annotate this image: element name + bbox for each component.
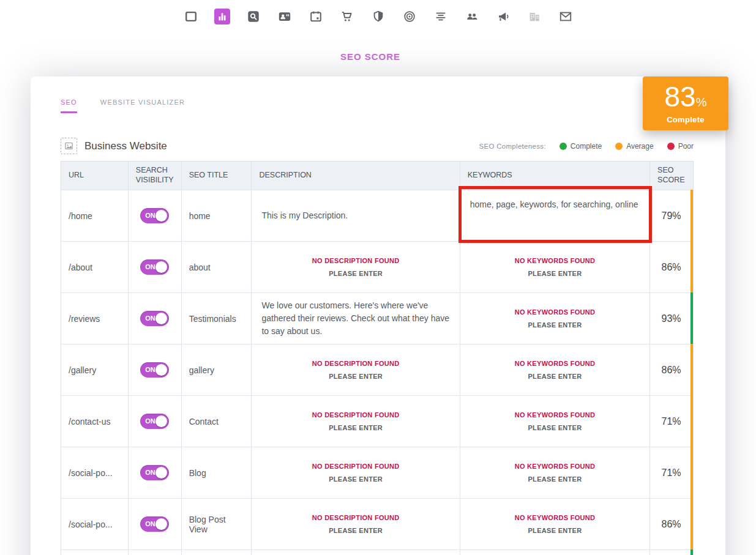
visibility-cell: ON	[129, 345, 182, 395]
score-color-bar	[691, 190, 693, 241]
header-seo-score: SEO SCORE	[650, 162, 693, 190]
toggle-knob	[155, 518, 167, 530]
url-cell: /contact-us	[61, 396, 129, 447]
visibility-cell	[129, 550, 182, 555]
table-row: /social-po... ON Blog Post View NO DESCR…	[61, 498, 693, 549]
legend-item-poor: Poor	[667, 142, 694, 151]
legend-item-complete: Complete	[560, 142, 602, 151]
seo-completeness-legend: SEO Completeness: Complete Average Poor	[479, 142, 694, 151]
keywords-cell[interactable]: home, page, keywords, for searching, onl…	[460, 190, 650, 241]
header-description: DESCRIPTION	[252, 162, 460, 190]
site-name: Business Website	[61, 138, 167, 154]
contacts-icon[interactable]	[277, 9, 293, 24]
keywords-cell-empty[interactable]: NO KEYWORDS FOUND PLEASE ENTER	[460, 396, 650, 447]
visibility-toggle[interactable]: ON	[140, 311, 169, 326]
keywords-cell-empty[interactable]: NO KEYWORDS FOUND PLEASE ENTER	[460, 447, 650, 498]
seo-title-cell[interactable]: Blog	[182, 447, 252, 498]
email-icon[interactable]	[558, 9, 574, 24]
legend-caption: SEO Completeness:	[479, 143, 546, 150]
table-header: URL SEARCH VISIBILITY SEO TITLE DESCRIPT…	[61, 162, 693, 190]
seo-title-cell[interactable]: home	[182, 190, 252, 241]
toggle-knob	[155, 313, 167, 324]
keywords-cell-empty[interactable]: NO KEYWORDS FOUND PLEASE ENTER	[460, 345, 650, 395]
tab-seo[interactable]: SEO	[61, 99, 77, 113]
visibility-toggle[interactable]: ON	[140, 208, 169, 223]
table-row: /about ON about NO DESCRIPTION FOUND PLE…	[61, 241, 693, 292]
url-cell: /home	[61, 190, 129, 241]
tab-website-visualizer[interactable]: WEBSITE VISUALIZER	[100, 99, 185, 113]
keywords-cell-empty[interactable]: NO KEYWORDS FOUND PLEASE ENTER	[460, 499, 650, 549]
url-cell: /social-po...	[61, 447, 129, 498]
visibility-toggle[interactable]: ON	[140, 516, 169, 532]
score-color-bar	[691, 549, 693, 555]
table-row: /gallery ON gallery NO DESCRIPTION FOUND…	[61, 344, 693, 395]
description-cell[interactable]: We love our customers. Here's where we'v…	[252, 293, 460, 344]
description-cell[interactable]: This is my Description.	[252, 190, 460, 241]
table-row: /social-po... ON Blog NO DESCRIPTION FOU…	[61, 447, 693, 498]
url-cell: /about	[61, 242, 129, 292]
seo-score-cell: 86%	[650, 242, 693, 292]
header-visibility: SEARCH VISIBILITY	[129, 162, 182, 190]
seo-card: 83% Complete SEO WEBSITE VISUALIZER Busi…	[31, 76, 725, 555]
seo-title-cell[interactable]: Contact	[182, 396, 252, 447]
seo-score-cell: 93%	[650, 293, 693, 344]
visibility-cell: ON	[129, 190, 182, 241]
score-color-bar	[691, 241, 693, 292]
poor-dot	[667, 143, 675, 150]
completeness-badge: 83% Complete	[643, 76, 728, 130]
marketing-megaphone-icon[interactable]	[495, 9, 511, 24]
visibility-toggle[interactable]: ON	[140, 259, 169, 275]
seo-title-cell[interactable]	[182, 550, 252, 555]
seo-score-cell: 86%	[650, 345, 693, 395]
visibility-toggle[interactable]: ON	[140, 362, 169, 378]
description-cell-empty[interactable]: NO DESCRIPTION FOUND PLEASE ENTER	[252, 345, 460, 395]
app-toolbar	[0, 9, 756, 24]
keywords-cell-empty[interactable]: NO KEYWORDS FOUND PLEASE ENTER	[460, 293, 650, 344]
score-color-bar	[691, 447, 693, 498]
page-title: SEO SCORE	[0, 51, 741, 62]
seo-score-cell: 71%	[650, 447, 693, 498]
security-shield-icon[interactable]	[370, 9, 386, 24]
website-icon[interactable]	[183, 9, 199, 24]
seo-score-cell: 71%	[650, 396, 693, 447]
description-cell[interactable]	[252, 550, 460, 555]
header-url: URL	[61, 162, 129, 190]
description-cell-empty[interactable]: NO DESCRIPTION FOUND PLEASE ENTER	[252, 447, 460, 498]
visibility-toggle[interactable]: ON	[140, 414, 169, 429]
table-row: /reviews ON Testimonials We love our cus…	[61, 292, 693, 344]
description-cell-empty[interactable]: NO DESCRIPTION FOUND PLEASE ENTER	[252, 499, 460, 549]
team-icon[interactable]	[464, 9, 480, 24]
building-icon[interactable]	[526, 9, 542, 24]
seo-table: URL SEARCH VISIBILITY SEO TITLE DESCRIPT…	[61, 161, 694, 555]
keywords-cell-empty[interactable]: NO KEYWORDS FOUND PLEASE ENTER	[460, 242, 650, 292]
calendar-icon[interactable]	[308, 9, 324, 24]
url-cell	[61, 550, 129, 555]
toggle-knob	[155, 261, 167, 273]
store-cart-icon[interactable]	[339, 9, 355, 24]
visibility-toggle[interactable]: ON	[140, 465, 169, 480]
header-seo-title: SEO TITLE	[182, 162, 252, 190]
seo-title-cell[interactable]: gallery	[182, 345, 252, 395]
visibility-cell: ON	[129, 293, 182, 344]
description-cell-empty[interactable]: NO DESCRIPTION FOUND PLEASE ENTER	[252, 396, 460, 447]
seo-title-cell[interactable]: about	[182, 242, 252, 292]
site-thumbnail-icon	[61, 138, 77, 154]
seo-search-icon[interactable]	[245, 9, 261, 24]
seo-title-cell[interactable]: Testimonials	[182, 293, 252, 344]
seo-title-cell[interactable]: Blog Post View	[182, 499, 252, 549]
score-color-bar	[691, 498, 693, 549]
content-lines-icon[interactable]	[433, 9, 449, 24]
goals-target-icon[interactable]	[402, 9, 417, 24]
seo-score-cell: 79%	[650, 190, 693, 241]
score-color-bar	[691, 395, 693, 447]
badge-label: Complete	[643, 115, 728, 124]
visibility-cell: ON	[129, 499, 182, 549]
visibility-cell: ON	[129, 447, 182, 498]
url-cell: /reviews	[61, 293, 129, 344]
score-color-bar	[691, 292, 693, 344]
url-cell: /gallery	[61, 345, 129, 395]
card-tabs: SEO WEBSITE VISUALIZER	[61, 99, 185, 113]
analytics-icon[interactable]	[214, 9, 230, 24]
description-cell-empty[interactable]: NO DESCRIPTION FOUND PLEASE ENTER	[252, 242, 460, 292]
keywords-cell[interactable]	[460, 550, 650, 555]
